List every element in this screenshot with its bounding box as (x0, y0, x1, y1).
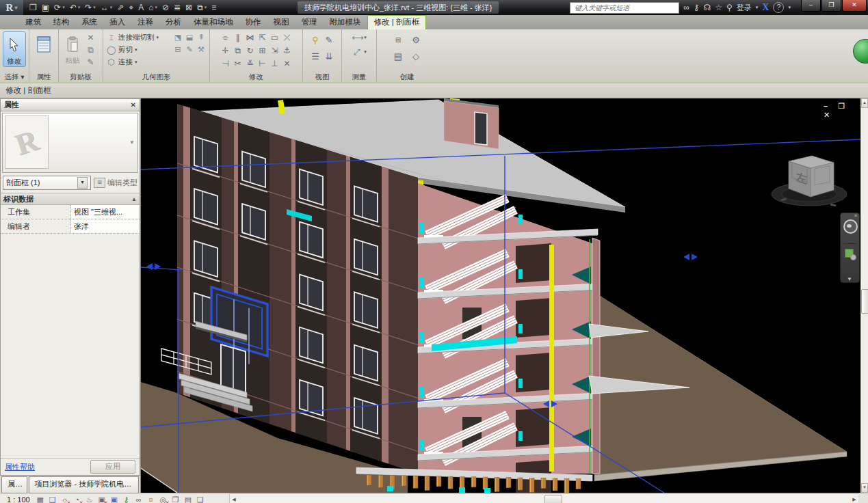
create-assembly-icon[interactable]: ▤ (394, 51, 402, 62)
measure-between-refs-icon[interactable]: ⟷▾ (352, 31, 367, 43)
modify-tool-icon-copy[interactable]: ⧉ (235, 46, 241, 55)
modify-tool-icon-align[interactable]: ⌯ (222, 33, 229, 42)
collapse-chevron-icon[interactable]: ▲ (131, 196, 137, 202)
cut-geometry[interactable]: ◯剪切▾ (106, 44, 170, 55)
help-search-box[interactable] (570, 2, 679, 14)
create-parts-icon[interactable]: ◇ (412, 51, 419, 62)
ribbon-tab[interactable]: 结构 (47, 16, 75, 29)
demolish-icon[interactable]: ⬓ (186, 33, 193, 42)
join-geometry[interactable]: ⬡连接▾ (106, 56, 170, 68)
ribbon-tab[interactable]: 分析 (159, 16, 187, 29)
modify-tool-icon-mirror[interactable]: ⋈ (246, 33, 254, 42)
horizontal-scrollbar[interactable]: ◀ ▶ (229, 493, 858, 503)
view-scale[interactable]: 1 : 100 (7, 495, 30, 503)
view-control-icon-temporary-hide-isolate[interactable]: ∞ (133, 495, 144, 503)
align-label-icon[interactable]: ⇞ (198, 33, 204, 42)
view-control-icon-show-analytical-model[interactable]: ▤ (183, 495, 194, 503)
view-control-icon-unlocked-3d-view[interactable]: ⚷ (121, 495, 132, 503)
ribbon-tab[interactable]: 插入 (103, 16, 131, 29)
measure-along-element-icon[interactable]: ⤢▾ (352, 46, 367, 57)
signin-dropdown-icon[interactable]: ▾ (756, 0, 759, 15)
sign-in-icon[interactable]: ⚲ (726, 0, 733, 15)
ribbon-tab[interactable]: 体量和场地 (187, 16, 239, 29)
qat-icon-thin-lines[interactable]: ≣ (172, 1, 183, 14)
restore-button[interactable]: ❐ (821, 0, 841, 12)
modify-tool-icon-extend[interactable]: ⇱ (259, 33, 265, 42)
modify-tool-icon-wall-joins[interactable]: ⊢ (259, 59, 265, 68)
view-control-icon-worksharing-display[interactable]: ◎ (158, 495, 169, 503)
panel-label-properties[interactable]: 属性 (29, 72, 58, 82)
favorites-icon[interactable]: ☆ (715, 0, 722, 15)
modify-tool-button[interactable]: 修改 (3, 31, 26, 67)
qat-icon-close-inactive-windows[interactable]: ⊠ (183, 1, 194, 14)
search-icon[interactable]: ∞ (683, 0, 689, 15)
qat-icon-measure[interactable]: ↔ (98, 1, 115, 14)
vertical-scrollbar[interactable]: ▲ ▼ (860, 98, 868, 493)
view-control-icon-shadows-off[interactable]: ◔ (72, 495, 83, 503)
panel-label-select[interactable]: 选择 ▾ (0, 72, 29, 82)
ribbon-tab[interactable]: 注释 (131, 16, 159, 29)
ribbon-tab[interactable]: 修改 | 剖面框 (367, 15, 427, 29)
modify-tool-icon-delete[interactable]: ✕ (283, 59, 290, 68)
scroll-left-icon[interactable]: ◀ (230, 495, 238, 503)
qat-icon-aligned-dimension[interactable]: ⇗ (115, 1, 126, 14)
stair-penthouse[interactable] (444, 98, 499, 149)
panel-label-geometry[interactable]: 几何图形 (103, 72, 209, 82)
qat-icon-switch-windows[interactable]: ⧉ (195, 1, 209, 14)
split-face-icon[interactable]: ⊟ (174, 45, 181, 54)
panel-label-view[interactable]: 视图 (303, 72, 341, 82)
modify-tool-icon-cope[interactable]: ▭ (271, 33, 278, 42)
drawing-area[interactable]: 左 – ❐ ✕ ✕ ▼ (141, 98, 860, 493)
navigation-bar[interactable]: ✕ ▼ (840, 213, 860, 283)
close-button[interactable]: ✕ (842, 0, 867, 12)
view-control-icon-sun-path-off[interactable]: ☼ (60, 495, 70, 503)
ribbon-tab[interactable]: 视图 (267, 16, 295, 29)
modify-tool-icon-move[interactable]: ✛ (222, 46, 228, 55)
ribbon-tab[interactable]: 系统 (75, 16, 103, 29)
view-control-icon-highlight-displacement[interactable]: ❏ (195, 495, 206, 503)
navbar-chevron-icon[interactable]: ▼ (847, 276, 852, 282)
modify-tool-icon-array[interactable]: ⊞ (259, 46, 265, 55)
communication-center-icon[interactable]: ☊ (704, 0, 711, 15)
view-control-icon-show-crop-region[interactable]: ▣ (109, 495, 120, 503)
qat-icon-undo[interactable]: ↶ (68, 1, 83, 14)
modify-tool-icon-offset[interactable]: ∥ (236, 33, 240, 42)
demolish-hammer-icon[interactable]: ⚒ (198, 45, 205, 54)
vertical-scroll-thumb[interactable] (861, 289, 868, 314)
preview-dropdown-icon[interactable]: ▼ (129, 139, 135, 146)
help-icon[interactable]: ? (773, 2, 784, 13)
wall-sweep-icon[interactable]: ⬔ (174, 33, 181, 42)
panel-label-modify[interactable]: 修改 (210, 72, 302, 82)
qat-icon-tag-by-category[interactable]: ⌖ (127, 1, 135, 14)
ribbon-tab[interactable]: 协作 (239, 16, 267, 29)
modify-tool-icon-unpin[interactable]: ⊥ (271, 59, 278, 68)
qat-icon-save[interactable]: ▣ (40, 1, 51, 14)
tab-project-browser[interactable]: 项目浏览器 - 技师学院机电培训... (29, 476, 140, 493)
application-menu-button[interactable]: R▾ (0, 0, 23, 15)
paste-button[interactable]: 粘贴 (62, 31, 83, 66)
qat-icon-default-3d-view[interactable]: ⌂ (146, 1, 159, 14)
view-control-icon-temporary-view-properties[interactable]: ❐ (170, 495, 181, 503)
modify-tool-icon-split[interactable]: ✂ (234, 59, 241, 68)
view-control-icon-visual-style[interactable]: ❑ (47, 495, 58, 503)
view-control-icon-crop-view-off[interactable]: ▣ (96, 495, 107, 503)
modify-tool-icon-scale[interactable]: ⇲ (271, 46, 278, 55)
view-window-controls[interactable]: – ❐ ✕ (824, 102, 860, 120)
modify-tool-icon-pin[interactable]: ⚓ (283, 46, 291, 55)
panel-label-measure[interactable]: 测量 (342, 72, 376, 82)
modify-tool-icon-match[interactable]: ≚ (246, 59, 253, 68)
properties-close-icon[interactable]: ✕ (131, 101, 136, 109)
exchange-apps-icon[interactable]: X (762, 2, 769, 13)
steering-wheel-icon[interactable] (843, 219, 858, 234)
modify-tool-icon-cut-profile[interactable]: ⤫ (284, 33, 291, 42)
qat-icon-redo[interactable]: ↷ (83, 1, 98, 14)
help-dropdown-icon[interactable]: ▾ (788, 0, 791, 15)
properties-help-link[interactable]: 属性帮助 (5, 462, 35, 472)
horizontal-scroll-thumb[interactable] (544, 495, 562, 503)
modify-tool-icon-rotate[interactable]: ↻ (246, 46, 253, 55)
scroll-right-icon[interactable]: ▶ (850, 495, 858, 503)
create-group-icon[interactable]: ⧈ (395, 34, 401, 45)
qat-icon-customize-qat[interactable]: ≡ (209, 1, 218, 14)
lightbulb-icon[interactable]: ⚲ (312, 35, 319, 45)
scroll-down-icon[interactable]: ▼ (861, 483, 868, 493)
